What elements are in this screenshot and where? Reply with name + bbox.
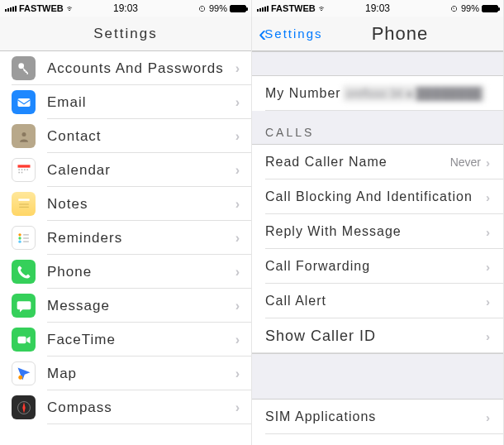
facetime-icon — [12, 328, 36, 352]
row-compass[interactable]: Compass › — [0, 390, 251, 424]
maps-icon — [12, 361, 36, 385]
rotation-lock-icon: ⏲ — [198, 4, 207, 13]
key-icon — [12, 56, 36, 80]
compass-icon — [12, 395, 36, 419]
svg-rect-8 — [18, 171, 20, 173]
row-call-blocking[interactable]: Call Blocking And Identification › — [252, 179, 503, 214]
chevron-right-icon: › — [486, 190, 490, 204]
signal-icon — [5, 6, 17, 12]
row-messages[interactable]: Message › — [0, 289, 251, 323]
chevron-right-icon: › — [235, 265, 240, 280]
row-label: Reply With Message — [265, 224, 486, 239]
status-time: 19:03 — [113, 2, 138, 14]
svg-rect-19 — [17, 336, 26, 342]
battery-icon — [230, 5, 246, 12]
row-call-forwarding[interactable]: Call Forwarding › — [252, 249, 503, 284]
row-label: Reminders — [47, 230, 235, 246]
row-read-caller-name[interactable]: Read Caller Name Never › — [252, 145, 503, 179]
battery-percent: 99% — [461, 3, 479, 13]
row-reminders[interactable]: Reminders › — [0, 221, 251, 255]
row-my-number[interactable]: My Number orefisso 34 ● ████████ — [252, 76, 503, 111]
svg-rect-10 — [18, 199, 29, 201]
row-label: Read Caller Name — [265, 155, 450, 170]
row-reply-with-message[interactable]: Reply With Message › — [252, 214, 503, 249]
nav-bar: Settings — [0, 17, 251, 51]
row-email[interactable]: Email › — [0, 85, 251, 119]
phone-icon — [12, 260, 36, 284]
row-sim-applications[interactable]: SIM Applications › — [252, 400, 503, 434]
section-gap — [252, 353, 503, 400]
chevron-right-icon: › — [486, 329, 490, 343]
status-time: 19:03 — [365, 2, 390, 14]
chevron-right-icon: › — [486, 225, 490, 239]
row-label: My Number — [265, 86, 343, 101]
wifi-icon: ᯤ — [66, 3, 75, 13]
section-gap — [252, 51, 503, 76]
row-label: Phone — [47, 264, 235, 280]
contacts-icon — [12, 124, 36, 148]
row-label: Contact — [47, 128, 235, 145]
phone-settings-screen: FASTWEB ᯤ 19:03 ⏲ 99% ‹ Settings Phone M… — [252, 0, 504, 445]
row-show-caller-id[interactable]: Show Caller ID › — [252, 318, 503, 353]
svg-rect-1 — [17, 98, 30, 107]
row-label: Notes — [47, 196, 235, 213]
row-label: FaceTime — [47, 332, 235, 348]
row-label: Calendar — [47, 162, 235, 179]
row-label: Email — [47, 94, 235, 111]
back-label: Settings — [264, 26, 322, 41]
chevron-right-icon: › — [235, 333, 240, 347]
svg-point-15 — [18, 240, 21, 242]
calendar-icon — [12, 158, 36, 182]
chevron-right-icon: › — [486, 410, 490, 424]
chevron-right-icon: › — [235, 299, 240, 313]
status-bar: FASTWEB ᯤ 19:03 ⏲ 99% — [0, 0, 251, 17]
svg-rect-7 — [26, 169, 28, 170]
svg-rect-9 — [21, 171, 22, 173]
section-header-calls: CALLS — [252, 111, 503, 145]
settings-list[interactable]: Accounts And Passwords › Email › Contact… — [0, 51, 251, 424]
row-notes[interactable]: Notes › — [0, 187, 251, 221]
row-calendar[interactable]: Calendar › — [0, 153, 251, 187]
page-title: Phone — [372, 23, 429, 45]
status-bar: FASTWEB ᯤ 19:03 ⏲ 99% — [252, 0, 503, 17]
row-value: Never — [450, 156, 481, 169]
carrier-label: FASTWEB — [19, 3, 64, 13]
row-label: SIM Applications — [265, 409, 486, 424]
row-label: Message — [47, 298, 235, 314]
signal-icon — [257, 6, 269, 12]
row-phone[interactable]: Phone › — [0, 255, 251, 289]
chevron-right-icon: › — [235, 366, 240, 381]
chevron-right-icon: › — [235, 61, 240, 76]
back-button[interactable]: ‹ Settings — [259, 21, 323, 47]
settings-screen: FASTWEB ᯤ 19:03 ⏲ 99% Settings Accounts … — [0, 0, 252, 445]
carrier-label: FASTWEB — [271, 3, 316, 13]
page-title: Settings — [93, 26, 157, 42]
chevron-right-icon: › — [486, 294, 490, 309]
row-label: Compass — [47, 400, 235, 416]
svg-rect-6 — [24, 169, 26, 170]
row-maps[interactable]: Map › — [0, 356, 251, 390]
row-label: Call Alert — [265, 294, 486, 309]
chevron-right-icon: › — [235, 95, 240, 110]
row-label: Show Caller ID — [265, 328, 486, 345]
svg-point-13 — [18, 233, 21, 236]
row-facetime[interactable]: FaceTime › — [0, 323, 251, 356]
svg-rect-4 — [18, 169, 20, 170]
svg-point-2 — [21, 132, 26, 136]
svg-rect-3 — [17, 165, 30, 167]
row-call-alert[interactable]: Call Alert › — [252, 284, 503, 318]
chevron-right-icon: › — [235, 163, 240, 178]
row-contacts[interactable]: Contact › — [0, 119, 251, 153]
chevron-right-icon: › — [235, 129, 240, 144]
row-label: Call Blocking And Identification — [265, 189, 486, 204]
nav-bar: ‹ Settings Phone — [252, 17, 503, 51]
row-label: Map — [47, 366, 235, 382]
chevron-right-icon: › — [486, 260, 490, 274]
svg-point-14 — [18, 237, 21, 239]
row-accounts[interactable]: Accounts And Passwords › — [0, 51, 251, 85]
wifi-icon: ᯤ — [318, 3, 327, 13]
chevron-right-icon: › — [235, 400, 240, 415]
notes-icon — [12, 192, 36, 216]
chevron-right-icon: › — [486, 156, 490, 170]
chevron-right-icon: › — [235, 197, 240, 212]
